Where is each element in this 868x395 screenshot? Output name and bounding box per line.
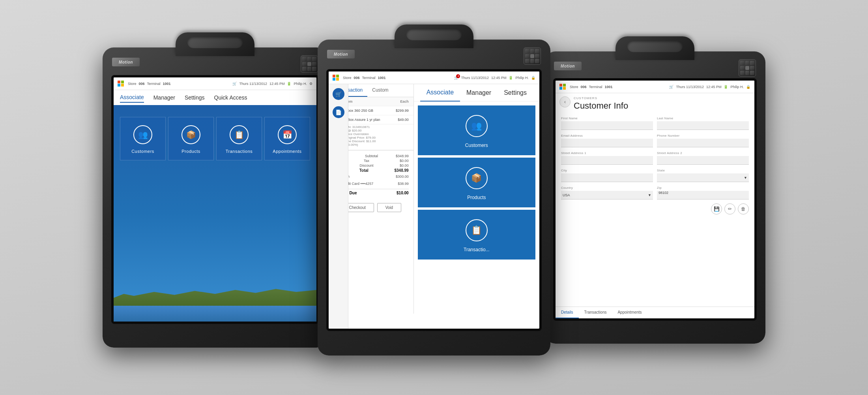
products-tile-label-center: Products — [467, 195, 486, 200]
tile-appointments-left[interactable]: 📅 Appointments — [264, 117, 310, 160]
brand-left: Motion — [112, 58, 140, 66]
nav-manager-left[interactable]: Manager — [153, 93, 175, 102]
tablets-container: Motion Store — [79, 20, 789, 375]
screen-bezel-right: Store 006 Terminal 1001 🛒 Thurs 11/13/20… — [553, 78, 757, 321]
transaction-sidebar: 🛒 📄 — [329, 84, 348, 329]
tab-appointments[interactable]: Appointments — [612, 307, 647, 318]
tab-transactions[interactable]: Transactions — [579, 307, 612, 318]
ms-logo-left — [118, 81, 124, 87]
state-chevron: ▼ — [744, 176, 747, 180]
field-lastname: Last Name — [657, 117, 749, 130]
nav-settings-left[interactable]: Settings — [185, 93, 205, 102]
tile-products-center[interactable]: 📦 Products — [418, 158, 535, 207]
form-row-name: First Name Last Name — [561, 117, 749, 130]
transaction-screen-center: Transaction Custom Qty Item Each 1 Xbox … — [329, 84, 539, 314]
customer-screen-right: ‹ CUSTOMERS Customer Info First Name — [556, 93, 754, 318]
discount-val: $0.00 — [400, 164, 409, 167]
city-input[interactable] — [561, 173, 653, 182]
tile-transactions-center[interactable]: 📋 Transactio... — [418, 210, 535, 260]
ms-logo-right — [559, 84, 566, 90]
products-label-left: Products — [181, 149, 200, 154]
country-chevron: ▼ — [648, 193, 651, 197]
state-select[interactable]: ▼ — [657, 173, 749, 182]
associate-panel: Associate Manager Settings 👥 Customers 📦 — [414, 84, 539, 314]
tablet-right: Motion Store — [544, 51, 765, 344]
address1-label: Street Address 1 — [561, 151, 653, 155]
terminal-label-left: Terminal — [147, 82, 161, 86]
row2-name: XBox Assure 1 yr plan — [345, 118, 385, 122]
dpad-center[interactable] — [524, 47, 541, 65]
cart-sidebar-icon[interactable]: 🛒 — [333, 88, 344, 100]
screen-left: Store 006 Terminal 1001 🛒 Thurs 11/13/20… — [114, 77, 316, 322]
tile-products-left[interactable]: 📦 Products — [168, 117, 214, 160]
address2-input[interactable] — [657, 156, 749, 165]
brand-center: Motion — [327, 50, 355, 58]
nav-associate-left[interactable]: Associate — [120, 92, 144, 103]
nav-bar-left: Associate Manager Settings Quick Access — [114, 90, 316, 105]
phone-input[interactable] — [657, 139, 749, 147]
nav-settings-center[interactable]: Settings — [498, 84, 533, 102]
date-left: Thurs 11/13/2012 — [239, 82, 267, 86]
zip-label: Zip — [657, 186, 749, 190]
transactions-tile-icon-center: 📋 — [466, 219, 488, 241]
row1-price: $299.99 — [385, 109, 409, 113]
field-address1: Street Address 1 — [561, 151, 653, 165]
motion-logo-left: Motion — [112, 58, 140, 66]
customers-tile-label-center: Customers — [465, 143, 488, 148]
appointments-icon-left: 📅 — [278, 125, 297, 144]
status-bar-center: Store 006 Terminal 1001 🛒4 Thurs 11/13/2… — [329, 71, 539, 84]
tile-customers-left[interactable]: 👥 Customers — [120, 117, 166, 160]
terminal-label-right: Terminal — [589, 85, 602, 89]
receipt-sidebar-icon[interactable]: 📄 — [333, 106, 344, 118]
tablet-left: Motion Store — [103, 47, 327, 348]
store-label-center: Store — [343, 76, 352, 80]
field-firstname: First Name — [561, 117, 653, 130]
credit-val: $38.99 — [398, 182, 409, 186]
amount-due-val: $10.00 — [397, 191, 409, 195]
time-right: 12:45 PM — [706, 85, 722, 89]
dpad-left[interactable] — [301, 55, 318, 73]
tile-transactions-left[interactable]: 📋 Transactions — [216, 117, 262, 160]
zip-val: 98102 — [658, 191, 668, 195]
tab-custom[interactable]: Custom — [367, 84, 393, 97]
tablet-handle-center — [395, 24, 473, 48]
nav-associate-center[interactable]: Associate — [420, 84, 460, 102]
battery-icon-left: 🔋 — [287, 82, 291, 86]
terminal-number-right: 1001 — [605, 85, 613, 89]
user-right: Philip H. — [730, 85, 744, 89]
edit-customer-button[interactable]: ✏ — [724, 203, 735, 214]
firstname-input[interactable] — [561, 121, 653, 130]
country-select[interactable]: USA ▼ — [561, 191, 653, 199]
field-address2: Street Address 2 — [657, 151, 749, 165]
cart-icon-left: 🛒 — [232, 82, 237, 86]
associate-nav-center: Associate Manager Settings — [414, 84, 539, 102]
field-phone: Phone Number — [657, 134, 749, 147]
totals-subtotal-val: $348.99 — [396, 154, 409, 158]
nav-manager-center[interactable]: Manager — [460, 84, 498, 102]
landscape-left — [114, 286, 316, 322]
lock-icon-center: 🔒 — [531, 76, 535, 80]
cash-val: $300.00 — [396, 175, 409, 179]
tile-customers-center[interactable]: 👥 Customers — [418, 105, 535, 155]
dpad-right[interactable] — [739, 59, 756, 77]
email-label: Email Address — [561, 134, 653, 137]
address1-input[interactable] — [561, 156, 653, 165]
products-icon-left: 📦 — [181, 125, 200, 144]
tab-details[interactable]: Details — [556, 307, 579, 318]
delete-customer-button[interactable]: 🗑 — [738, 203, 749, 214]
form-row-address: Street Address 1 Street Address 2 — [561, 151, 749, 165]
cart-icon-right: 🛒 — [669, 85, 673, 89]
nav-quickaccess-left[interactable]: Quick Access — [214, 93, 247, 102]
time-left: 12:45 PM — [269, 82, 285, 86]
terminal-label-center: Terminal — [362, 76, 376, 80]
address2-label: Street Address 2 — [657, 151, 749, 155]
field-zip: Zip 98102 — [657, 186, 749, 199]
void-button[interactable]: Void — [377, 203, 401, 212]
totals-subtotal-label: Subtotal — [365, 154, 378, 158]
email-input[interactable] — [561, 139, 653, 147]
back-button-right[interactable]: ‹ — [559, 96, 571, 107]
lastname-input[interactable] — [657, 121, 749, 130]
zip-input[interactable]: 98102 — [657, 191, 749, 199]
top-controls-left — [301, 55, 318, 73]
save-customer-button[interactable]: 💾 — [711, 203, 722, 214]
